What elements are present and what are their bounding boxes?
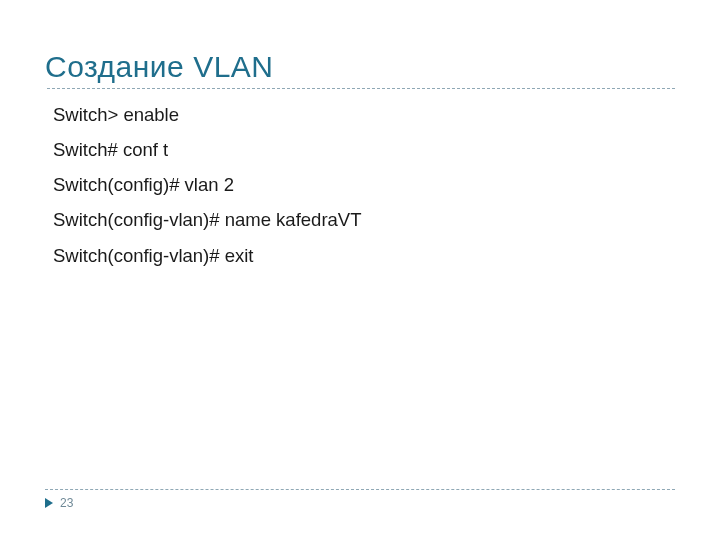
title-divider	[47, 88, 675, 89]
slide-title: Создание VLAN	[45, 50, 675, 84]
terminal-line: Switch> enable	[53, 103, 675, 126]
footer-divider	[45, 489, 675, 490]
terminal-line: Switch(config)# vlan 2	[53, 173, 675, 196]
terminal-line: Switch(config-vlan)# name kafedraVT	[53, 208, 675, 231]
footer-row: 23	[45, 496, 675, 510]
content-block: Switch> enable Switch# conf t Switch(con…	[45, 103, 675, 267]
terminal-line: Switch# conf t	[53, 138, 675, 161]
triangle-bullet-icon	[45, 498, 53, 508]
terminal-line: Switch(config-vlan)# exit	[53, 244, 675, 267]
page-number: 23	[60, 496, 73, 510]
footer: 23	[45, 489, 675, 510]
slide: Создание VLAN Switch> enable Switch# con…	[0, 0, 720, 540]
